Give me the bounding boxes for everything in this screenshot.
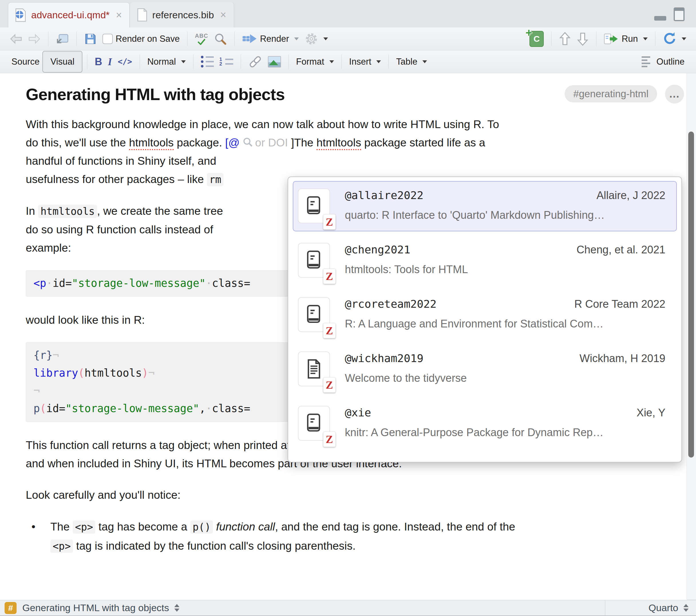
insert-link-button[interactable] [246,53,265,70]
bullet-list-button[interactable] [198,53,217,70]
find-replace-button[interactable] [211,30,230,47]
bullet-list-icon [201,56,214,67]
bullet-icon: • [31,517,50,556]
spellcheck-button[interactable]: ABC [192,30,211,47]
citation-source-icon: Z [298,406,330,441]
separator [193,54,193,69]
checkbox-unchecked-icon[interactable] [102,34,113,44]
citation-open-marker: [@ [225,136,239,149]
render-label: Render [260,34,289,44]
back-button[interactable] [7,30,25,47]
paragraph-style-dropdown[interactable]: Normal [144,53,189,70]
open-in-new-window-button[interactable] [53,30,72,47]
citation-source-icon: Z [298,297,330,332]
tab-label: references.bib [152,10,214,21]
rerun-dropdown-caret-icon[interactable] [682,37,686,40]
section-selector-arrows-icon[interactable] [174,604,179,612]
citation-item-cheng2021[interactable]: Z @cheng2021 Cheng, et al. 2021 htmltool… [293,236,677,286]
format-toolbar: Source Visual B I </> Normal [0,50,696,73]
separator [655,32,655,46]
close-tab-icon[interactable]: × [220,10,226,20]
source-mode-button[interactable]: Source [9,53,42,70]
separator [187,32,188,46]
separator [288,54,289,69]
section-navigator[interactable]: Generating HTML with tag objects [22,602,169,613]
citation-item-allaire2022[interactable]: Z @allaire2022 Allaire, J 2022 quarto: R… [293,181,677,231]
back-arrow-icon [10,33,22,44]
spellcheck-icon: ABC [195,33,208,45]
zotero-icon: Z [323,432,336,447]
tab-advanced-ui-qmd[interactable]: advanced-ui.qmd* × [8,2,130,28]
minimize-pane-icon[interactable] [654,16,666,21]
citation-title: Welcome to the tidyverse [345,372,665,384]
citation-id: @rcoreteam2022 [345,298,437,310]
popout-window-icon [56,33,69,45]
rerun-icon [663,32,677,46]
citation-author: Xie, Y [636,407,665,419]
zotero-icon: Z [323,214,336,230]
heading-anchor-badge: #generating-html [565,85,657,102]
table-menu[interactable]: Table [393,53,430,70]
gear-dropdown-caret-icon[interactable] [323,37,328,40]
document-format-selector[interactable]: Quarto [605,600,696,615]
list-item: • The <p> tag has become a p() function … [31,517,684,556]
italic-button[interactable]: I [105,53,115,70]
save-button[interactable] [81,30,99,47]
maximize-pane-icon[interactable] [674,7,684,21]
document-heading: Generating HTML with tag objects [26,85,565,104]
citation-author: R Core Team 2022 [574,298,665,310]
separator [140,54,140,69]
scrollbar-thumb[interactable] [688,132,694,457]
insert-chunk-button[interactable]: C+ [526,30,547,47]
citation-id: @cheng2021 [345,243,410,256]
heading-more-button[interactable]: ... [665,85,684,103]
inline-code: <p> [73,520,95,534]
close-tab-icon[interactable]: × [116,10,122,20]
bold-icon: B [95,56,102,68]
separator [342,54,342,69]
visual-mode-button[interactable]: Visual [42,51,82,72]
down-arrow-icon [577,32,589,46]
insert-image-button[interactable] [265,53,284,70]
run-button[interactable]: Run [601,30,650,47]
run-dropdown-caret-icon[interactable] [643,37,648,40]
citation-search-icon [242,137,253,148]
render-dropdown-caret-icon[interactable] [294,37,299,40]
citation-id: @xie [345,406,371,419]
inline-code-button[interactable]: </> [115,53,135,70]
citation-item-xie[interactable]: Z @xie Xie, Y knitr: A General-Purpose P… [293,399,677,449]
visual-editor-canvas[interactable]: Generating HTML with tag objects #genera… [0,73,687,600]
rerun-button[interactable] [660,30,689,47]
section-hash-icon: # [4,602,17,614]
citation-item-rcoreteam2022[interactable]: Z @rcoreteam2022 R Core Team 2022 R: A L… [293,290,677,340]
save-floppy-icon [84,33,97,45]
citation-item-wickham2019[interactable]: Z @wickham2019 Wickham, H 2019 Welcome t… [293,344,677,394]
insert-chunk-icon: C+ [529,31,544,47]
search-icon [214,32,227,46]
bold-button[interactable]: B [92,53,105,70]
go-previous-section-button[interactable] [556,30,574,47]
gear-icon [304,32,318,46]
main-toolbar: Render on Save ABC Render [0,28,696,50]
up-arrow-icon [559,32,571,46]
render-settings-button[interactable] [302,30,331,47]
inline-code: <p> [50,540,73,553]
render-button[interactable]: Render [239,30,302,47]
image-icon [268,56,281,67]
outline-toggle-button[interactable]: Outline [639,53,687,70]
insert-menu[interactable]: Insert [346,53,384,70]
go-next-section-button[interactable] [574,30,591,47]
tab-references-bib[interactable]: references.bib × [130,2,234,28]
citation-title: htmltools: Tools for HTML [345,263,665,276]
citation-author: Wickham, H 2019 [580,352,665,364]
citation-id: @allaire2022 [345,189,424,201]
separator [551,32,552,46]
numbered-list-button[interactable]: 1 2 [217,53,236,70]
render-on-save-checkbox[interactable]: Render on Save [99,30,183,47]
vertical-scrollbar[interactable] [686,73,696,599]
forward-button[interactable] [25,30,44,47]
chevron-down-icon [376,60,381,63]
render-icon [242,33,257,45]
separator [234,32,235,46]
format-menu[interactable]: Format [293,53,337,70]
